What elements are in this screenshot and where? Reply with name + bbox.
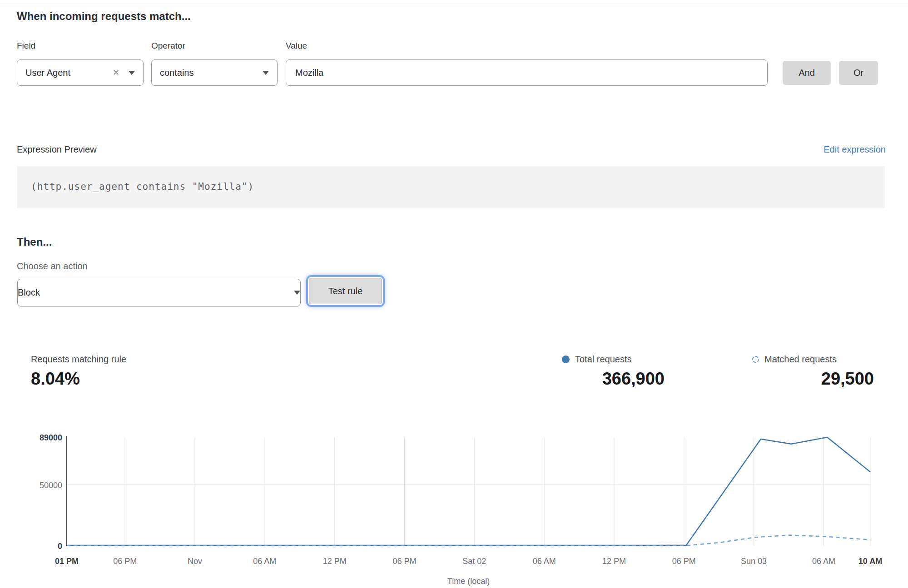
solid-dot-icon <box>562 356 570 363</box>
x-tick-label: 06 AM <box>533 557 556 566</box>
x-tick-label: Sat 02 <box>462 557 486 566</box>
x-tick-label: 12 PM <box>602 557 626 566</box>
operator-select[interactable]: contains <box>151 59 278 86</box>
series-total-requests <box>67 437 870 545</box>
action-select-value: Block <box>18 287 40 298</box>
clear-field-icon[interactable]: ✕ <box>113 68 119 78</box>
expression-code-block: (http.user_agent contains "Mozilla") <box>17 166 885 208</box>
y-tick-label: 89000 <box>40 433 62 442</box>
value-input[interactable] <box>286 59 768 86</box>
firewall-rule-editor: When incoming requests match... Field Op… <box>0 0 908 588</box>
y-tick-label: 0 <box>58 542 62 551</box>
x-tick-label: 06 AM <box>812 557 835 566</box>
x-tick-label: 06 PM <box>113 557 137 566</box>
value-label: Value <box>286 41 307 51</box>
x-tick-label: 01 PM <box>55 557 79 566</box>
x-tick-label: 10 AM <box>858 557 882 566</box>
test-rule-button[interactable]: Test rule <box>309 278 382 304</box>
operator-select-value: contains <box>160 68 194 78</box>
total-requests-value: 366,900 <box>562 369 665 389</box>
expression-preview-label: Expression Preview <box>17 144 97 155</box>
legend-total-requests[interactable]: Total requests 366,900 <box>562 354 665 389</box>
x-tick-label: 06 PM <box>672 557 696 566</box>
dashed-circle-icon <box>752 356 759 363</box>
field-select-value: User Agent <box>25 68 70 78</box>
y-tick-label: 50000 <box>40 481 62 490</box>
legend-matched-requests[interactable]: Matched requests 29,500 <box>752 354 874 389</box>
chevron-down-icon <box>129 71 135 75</box>
matched-requests-label: Matched requests <box>764 354 837 365</box>
x-tick-label: 06 AM <box>253 557 276 566</box>
matched-requests-value: 29,500 <box>752 369 874 389</box>
x-axis-title: Time (local) <box>447 577 490 586</box>
x-tick-label: 06 PM <box>392 557 416 566</box>
chevron-down-icon <box>263 71 269 75</box>
then-heading: Then... <box>17 236 52 248</box>
x-tick-label: Nov <box>188 557 202 566</box>
requests-matching-stat: Requests matching rule 8.04% <box>31 354 126 389</box>
requests-chart: 0500008900001 PM06 PMNov06 AM12 PM06 PMS… <box>16 430 893 588</box>
action-select[interactable]: Block <box>17 279 301 306</box>
choose-action-label: Choose an action <box>17 261 88 272</box>
requests-line-chart: 0500008900001 PM06 PMNov06 AM12 PM06 PMS… <box>16 430 893 588</box>
total-requests-label: Total requests <box>575 354 632 365</box>
edit-expression-link[interactable]: Edit expression <box>824 144 886 155</box>
or-button[interactable]: Or <box>839 61 878 85</box>
x-tick-label: Sun 03 <box>741 557 767 566</box>
requests-matching-label: Requests matching rule <box>31 354 126 365</box>
and-button[interactable]: And <box>783 61 831 85</box>
page-title: When incoming requests match... <box>17 10 191 23</box>
chevron-down-icon <box>294 291 300 295</box>
field-label: Field <box>17 41 35 51</box>
expression-code: (http.user_agent contains "Mozilla") <box>31 181 254 192</box>
requests-matching-value: 8.04% <box>31 369 126 389</box>
x-tick-label: 12 PM <box>323 557 347 566</box>
series-matched-requests <box>67 535 870 546</box>
field-select[interactable]: User Agent ✕ <box>17 59 144 86</box>
operator-label: Operator <box>151 41 185 51</box>
top-divider <box>0 4 908 4</box>
